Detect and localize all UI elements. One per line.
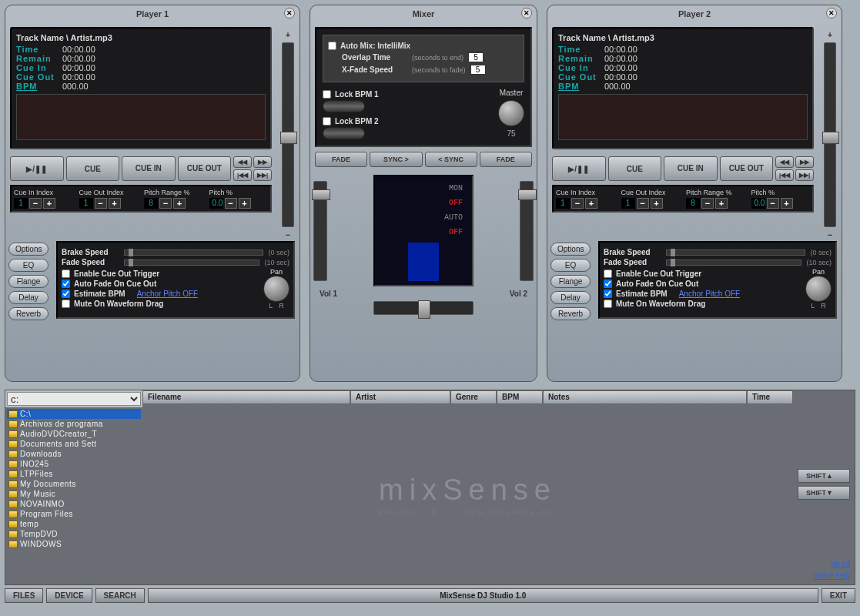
close-icon[interactable]: ✕ <box>521 8 532 18</box>
folder-item[interactable]: Downloads <box>7 449 141 459</box>
folder-item[interactable]: Documents and Sett <box>7 439 141 449</box>
pitch-slider[interactable] <box>824 42 836 227</box>
lock-bpm2-checkbox[interactable] <box>323 117 331 126</box>
vol1-slider[interactable] <box>313 181 327 281</box>
auto-fade-checkbox[interactable] <box>62 280 70 288</box>
mute-drag-checkbox[interactable] <box>62 300 70 308</box>
play-button[interactable]: ▶/❚❚ <box>10 156 64 181</box>
bpm1-oval[interactable] <box>323 100 365 112</box>
rew-icon[interactable]: ◀◀ <box>233 156 252 168</box>
cue-button[interactable]: CUE <box>608 156 662 181</box>
device-button[interactable]: DEVICE <box>46 588 92 603</box>
mixer-display: MON OFF AUTO OFF <box>373 175 474 286</box>
vol2-slider[interactable] <box>520 181 534 281</box>
flange-button[interactable]: Flange <box>550 275 591 288</box>
drive-select[interactable]: c: <box>7 392 141 406</box>
minus-icon: − <box>286 230 290 239</box>
reverb-button[interactable]: Reverb <box>8 307 49 320</box>
delay-button[interactable]: Delay <box>550 291 591 304</box>
cue-out-button[interactable]: CUE OUT <box>178 156 232 181</box>
skip-start-icon[interactable]: |◀◀ <box>775 169 794 181</box>
crossfader[interactable] <box>373 301 474 315</box>
col-filename[interactable]: Filename <box>142 390 350 404</box>
automix-checkbox[interactable] <box>328 42 336 50</box>
files-button[interactable]: FILES <box>5 588 43 603</box>
skip-end-icon[interactable]: ▶▶| <box>795 169 814 181</box>
cue-in-button[interactable]: CUE IN <box>122 156 176 181</box>
fwd-icon[interactable]: ▶▶ <box>795 156 814 168</box>
folder-item[interactable]: temp <box>7 519 141 529</box>
plus-icon[interactable]: + <box>43 198 55 209</box>
fade2-button[interactable]: FADE <box>480 152 532 167</box>
brake-slider[interactable] <box>124 249 263 256</box>
col-bpm[interactable]: BPM <box>497 390 543 404</box>
folder-item[interactable]: WINDOWS <box>7 539 141 549</box>
fade1-button[interactable]: FADE <box>315 152 367 167</box>
skip-start-icon[interactable]: |◀◀ <box>233 169 252 181</box>
sync-right-button[interactable]: SYNC > <box>370 152 422 167</box>
cue-button[interactable]: CUE <box>66 156 120 181</box>
close-icon[interactable]: ✕ <box>284 8 295 18</box>
waveform[interactable] <box>558 94 808 140</box>
cue-trigger-checkbox[interactable] <box>62 270 70 278</box>
fwd-icon[interactable]: ▶▶ <box>253 156 272 168</box>
rip-cd-link[interactable]: rip cd <box>798 560 850 568</box>
eq-button[interactable]: EQ <box>8 259 49 272</box>
reverb-button[interactable]: Reverb <box>550 307 591 320</box>
folder-tree[interactable]: C:\Archivos de programaAudioDVDCreator_T… <box>5 407 142 584</box>
minus-icon[interactable]: − <box>29 198 42 209</box>
player2-title: Player 2 <box>678 9 711 18</box>
col-notes[interactable]: Notes <box>543 390 747 404</box>
folder-item[interactable]: LTPFiles <box>7 469 141 479</box>
folder-item[interactable]: My Music <box>7 489 141 499</box>
overlap-input[interactable] <box>468 52 484 62</box>
plus-icon: + <box>286 30 290 39</box>
play-button[interactable]: ▶/❚❚ <box>552 156 606 181</box>
folder-item[interactable]: INO245 <box>7 459 141 469</box>
folder-item[interactable]: NOVAINMO <box>7 499 141 509</box>
exit-button[interactable]: EXIT <box>822 588 855 603</box>
delay-button[interactable]: Delay <box>8 291 49 304</box>
bpm2-oval[interactable] <box>323 127 365 139</box>
fade-slider[interactable] <box>124 259 259 266</box>
brake-slider[interactable] <box>666 249 805 256</box>
waveform[interactable] <box>16 94 266 140</box>
track-name: Track Name \ Artist.mp3 <box>16 33 266 42</box>
anchor-pitch-link[interactable]: Anchor Pitch OFF <box>137 290 198 298</box>
xfade-input[interactable] <box>470 65 486 75</box>
options-button[interactable]: Options <box>8 243 49 256</box>
col-time[interactable]: Time <box>747 390 793 404</box>
cue-out-button[interactable]: CUE OUT <box>720 156 774 181</box>
folder-item[interactable]: TempDVD <box>7 529 141 539</box>
master-knob[interactable] <box>498 100 524 126</box>
close-icon[interactable]: ✕ <box>826 8 837 18</box>
lock-bpm1-checkbox[interactable] <box>323 90 331 99</box>
folder-item[interactable]: AudioDVDCreator_T <box>7 429 141 439</box>
flange-button[interactable]: Flange <box>8 275 49 288</box>
col-genre[interactable]: Genre <box>450 390 497 404</box>
pan-knob[interactable] <box>805 276 832 302</box>
player1-lcd: Track Name \ Artist.mp3 Time00:00.00 Rem… <box>10 27 272 149</box>
options-button[interactable]: Options <box>550 243 591 256</box>
pitch-slider[interactable] <box>282 42 294 227</box>
folder-item[interactable]: My Documents <box>7 479 141 489</box>
folder-item[interactable]: Archivos de programa <box>7 419 141 429</box>
search-button[interactable]: SEARCH <box>95 588 145 603</box>
shift-down-button[interactable]: SHIFT▼ <box>798 486 850 500</box>
online-help-link[interactable]: online help <box>798 571 850 580</box>
col-artist[interactable]: Artist <box>350 390 450 404</box>
skip-end-icon[interactable]: ▶▶| <box>253 169 272 181</box>
anchor-pitch-link[interactable]: Anchor Pitch OFF <box>679 290 740 298</box>
shift-up-button[interactable]: SHIFT▲ <box>798 469 850 483</box>
sync-left-button[interactable]: < SYNC <box>425 152 477 167</box>
rew-icon[interactable]: ◀◀ <box>775 156 794 168</box>
player1-title: Player 1 <box>136 9 169 18</box>
estimate-bpm-checkbox[interactable] <box>62 290 70 298</box>
pan-knob[interactable] <box>263 276 289 302</box>
cue-in-button[interactable]: CUE IN <box>664 156 718 181</box>
folder-item[interactable]: C:\ <box>7 409 141 419</box>
track-name: Track Name \ Artist.mp3 <box>558 33 808 42</box>
fade-slider[interactable] <box>666 259 801 266</box>
eq-button[interactable]: EQ <box>550 259 591 272</box>
folder-item[interactable]: Program Files <box>7 509 141 519</box>
